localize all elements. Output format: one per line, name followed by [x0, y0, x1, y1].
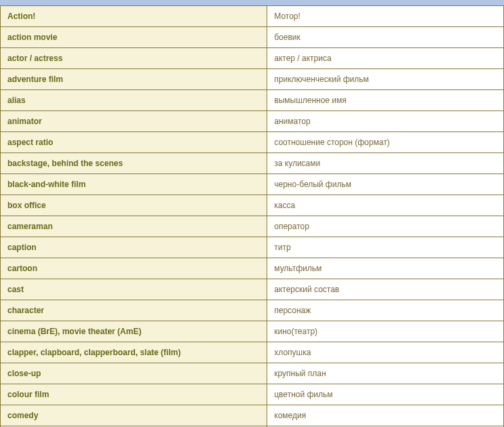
table-row: comedyкомедия	[1, 405, 504, 426]
table-row: cinema (BrE), movie theater (AmE)кино(те…	[1, 321, 504, 342]
russian-translation: комедия	[267, 405, 504, 426]
table-row: adventure filmприключенческий фильм	[1, 69, 504, 90]
english-term: animator	[1, 111, 267, 132]
english-term: cartoon	[1, 258, 267, 279]
table-row: backstage, behind the scenesза кулисами	[1, 153, 504, 174]
russian-translation: оператор	[267, 216, 504, 237]
table-row: close-upкрупный план	[1, 363, 504, 384]
english-term: actor / actress	[1, 48, 267, 69]
russian-translation: вымышленное имя	[267, 90, 504, 111]
table-row: action movieбоевик	[1, 27, 504, 48]
english-term: cinema (BrE), movie theater (AmE)	[1, 321, 267, 342]
russian-translation: соотношение сторон (формат)	[267, 132, 504, 153]
english-term: character	[1, 300, 267, 321]
table-row: clapper, clapboard, clapperboard, slate …	[1, 342, 504, 363]
table-row: characterперсонаж	[1, 300, 504, 321]
russian-translation: хлопушка	[267, 342, 504, 363]
english-term: cast	[1, 279, 267, 300]
table-row: aspect ratioсоотношение сторон (формат)	[1, 132, 504, 153]
table-row: Action!Мотор!	[1, 6, 504, 27]
russian-translation: Мотор!	[267, 6, 504, 27]
table-row: castактерский состав	[1, 279, 504, 300]
table-row: captionтитр	[1, 237, 504, 258]
russian-translation: актерский состав	[267, 279, 504, 300]
table-row: box officeкасса	[1, 195, 504, 216]
vocabulary-table: Action!Мотор!action movieбоевикactor / a…	[0, 5, 504, 427]
english-term: aspect ratio	[1, 132, 267, 153]
russian-translation: боевик	[267, 27, 504, 48]
russian-translation: титр	[267, 237, 504, 258]
russian-translation: крупный план	[267, 363, 504, 384]
english-term: Action!	[1, 6, 267, 27]
russian-translation: мультфильм	[267, 258, 504, 279]
russian-translation: цветной фильм	[267, 384, 504, 405]
english-term: caption	[1, 237, 267, 258]
table-row: black-and-white filmчерно-белый фильм	[1, 174, 504, 195]
english-term: alias	[1, 90, 267, 111]
table-row: actor / actressактер / актриса	[1, 48, 504, 69]
english-term: box office	[1, 195, 267, 216]
russian-translation: приключенческий фильм	[267, 69, 504, 90]
russian-translation: за кулисами	[267, 153, 504, 174]
english-term: adventure film	[1, 69, 267, 90]
table-row: animatorаниматор	[1, 111, 504, 132]
russian-translation: касса	[267, 195, 504, 216]
russian-translation: кино(театр)	[267, 321, 504, 342]
english-term: black-and-white film	[1, 174, 267, 195]
english-term: comedy	[1, 405, 267, 426]
english-term: colour film	[1, 384, 267, 405]
table-row: aliasвымышленное имя	[1, 90, 504, 111]
english-term: clapper, clapboard, clapperboard, slate …	[1, 342, 267, 363]
english-term: action movie	[1, 27, 267, 48]
english-term: close-up	[1, 363, 267, 384]
russian-translation: актер / актриса	[267, 48, 504, 69]
table-row: cameramanоператор	[1, 216, 504, 237]
english-term: cameraman	[1, 216, 267, 237]
russian-translation: аниматор	[267, 111, 504, 132]
russian-translation: черно-белый фильм	[267, 174, 504, 195]
top-bar	[0, 0, 504, 5]
table-row: colour filmцветной фильм	[1, 384, 504, 405]
russian-translation: персонаж	[267, 300, 504, 321]
english-term: backstage, behind the scenes	[1, 153, 267, 174]
table-row: cartoonмультфильм	[1, 258, 504, 279]
